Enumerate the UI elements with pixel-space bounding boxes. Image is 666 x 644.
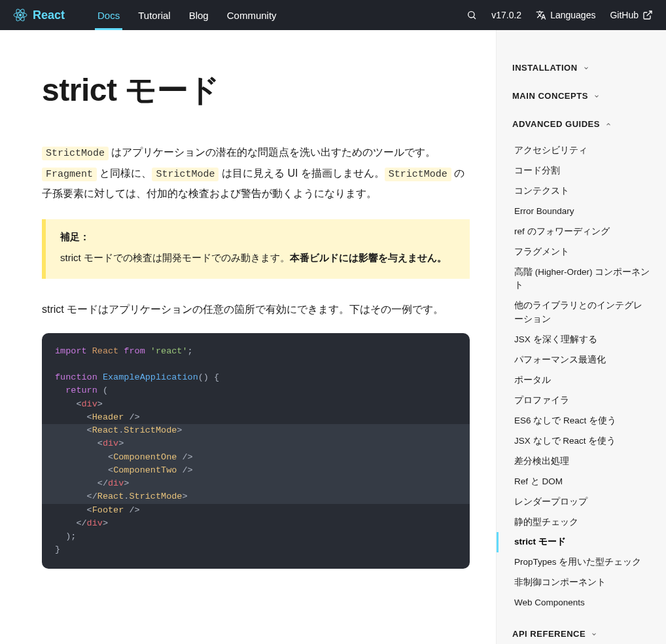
sidebar-item[interactable]: strict モード — [497, 532, 666, 552]
sidebar-item[interactable]: パフォーマンス最適化 — [497, 350, 666, 370]
top-header: React Docs Tutorial Blog Community v17.0… — [0, 0, 666, 30]
sidebar-section-label: MAIN CONCEPTS — [512, 91, 588, 101]
sidebar-item[interactable]: コード分割 — [497, 161, 666, 181]
note-body: strict モードでの検査は開発モードでのみ動きます。本番ビルドには影響を与え… — [60, 249, 455, 267]
note-bold: 本番ビルドには影響を与えません。 — [290, 252, 447, 263]
nav-tutorial[interactable]: Tutorial — [129, 0, 179, 30]
intro-text: と同様に、 — [97, 168, 152, 179]
sidebar-item[interactable]: 差分検出処理 — [497, 452, 666, 472]
code-token: > — [124, 478, 129, 488]
github-link[interactable]: GitHub — [610, 10, 653, 20]
code-token: < — [108, 452, 113, 462]
inline-code: StrictMode — [42, 147, 109, 160]
sidebar-item[interactable]: JSX を深く理解する — [497, 330, 666, 350]
chevron-down-icon — [591, 631, 597, 637]
sidebar-item[interactable]: ポータル — [497, 370, 666, 391]
note-text: strict モードでの検査は開発モードでのみ動きます。 — [60, 252, 290, 263]
code-token: > — [97, 399, 103, 409]
code-token: < — [87, 505, 92, 515]
intro-paragraph: StrictMode はアプリケーションの潜在的な問題点を洗い出すためのツールで… — [42, 143, 470, 204]
code-token: > — [177, 425, 182, 435]
code-token: div — [82, 399, 97, 409]
chevron-up-icon — [605, 121, 612, 128]
languages-link[interactable]: Languages — [536, 10, 595, 20]
svg-point-0 — [19, 14, 22, 16]
version-label[interactable]: v17.0.2 — [491, 10, 521, 20]
sidebar-item[interactable]: フラグメント — [497, 242, 666, 262]
search-button[interactable] — [466, 10, 477, 20]
code-token: StrictMode — [129, 492, 182, 501]
page-layout: strict モード StrictMode はアプリケーションの潜在的な問題点を… — [0, 30, 666, 644]
sidebar-item[interactable]: 非制御コンポーネント — [497, 573, 666, 593]
react-logo-icon — [13, 8, 27, 22]
github-label: GitHub — [610, 10, 639, 20]
code-token: React — [92, 425, 119, 435]
code-token: > — [118, 438, 124, 448]
svg-line-5 — [474, 17, 476, 19]
sidebar-item[interactable]: コンテクスト — [497, 181, 666, 202]
code-token: </ — [97, 478, 108, 488]
chevron-down-icon — [583, 65, 589, 71]
sidebar-item[interactable]: レンダープロップ — [497, 492, 666, 512]
sidebar-item[interactable]: 他のライブラリとのインテグレーション — [497, 296, 666, 330]
inline-code: StrictMode — [152, 168, 219, 181]
code-token: < — [97, 438, 103, 448]
code-token: > — [103, 518, 108, 528]
intro-text: は目に見える UI を描画しません。 — [219, 168, 384, 179]
sidebar-item[interactable]: PropTypes を用いた型チェック — [497, 552, 666, 573]
sidebar-item[interactable]: Error Boundary — [497, 202, 666, 222]
search-icon — [466, 10, 477, 20]
logo[interactable]: React — [13, 8, 65, 22]
header-right: v17.0.2 Languages GitHub — [466, 10, 653, 20]
header-inner: React Docs Tutorial Blog Community v17.0… — [13, 0, 653, 30]
note-title: 補足： — [60, 231, 455, 243]
code-token: ); — [55, 531, 76, 541]
code-token: } — [55, 545, 60, 554]
svg-line-6 — [647, 11, 652, 16]
sidebar-item[interactable]: ref のフォワーディング — [497, 222, 666, 242]
sidebar-item[interactable]: Ref と DOM — [497, 472, 666, 492]
paragraph-2: strict モードはアプリケーションの任意の箇所で有効にできます。下はその一例… — [42, 300, 470, 319]
sidebar-section-label: API REFERENCE — [512, 629, 586, 639]
intro-text: はアプリケーションの潜在的な問題点を洗い出すためのツールです。 — [109, 147, 436, 158]
external-link-icon — [642, 10, 653, 20]
sidebar-section-api-reference[interactable]: API REFERENCE — [497, 620, 666, 644]
nav-docs[interactable]: Docs — [88, 0, 129, 30]
code-token: Footer — [92, 505, 124, 515]
code-token: div — [103, 438, 118, 448]
code-token: React — [92, 346, 119, 356]
code-token: return — [65, 385, 97, 395]
sidebar-item[interactable]: ES6 なしで React を使う — [497, 411, 666, 431]
sidebar-item[interactable]: Web Components — [497, 593, 666, 613]
svg-point-4 — [468, 12, 474, 18]
sidebar-list-advanced: アクセシビリティコード分割コンテクストError Boundaryref のフォ… — [497, 138, 666, 620]
languages-label: Languages — [550, 10, 595, 20]
code-token: ComponentTwo — [113, 465, 177, 475]
sidebar-item[interactable]: 高階 (Higher-Order) コンポーネント — [497, 262, 666, 296]
code-token: /> — [124, 412, 139, 422]
code-token: ; — [188, 346, 193, 356]
page-title: strict モード — [42, 69, 470, 111]
sidebar-section-advanced-guides[interactable]: ADVANCED GUIDES — [497, 110, 666, 138]
code-token: < — [108, 465, 113, 475]
nav-community[interactable]: Community — [218, 0, 286, 30]
code-token: import — [55, 346, 87, 356]
code-token: React — [97, 492, 124, 501]
code-block: import React from 'react'; function Exam… — [42, 333, 470, 569]
sidebar-section-main-concepts[interactable]: MAIN CONCEPTS — [497, 82, 666, 110]
code-token: < — [87, 412, 92, 422]
sidebar-item[interactable]: JSX なしで React を使う — [497, 431, 666, 452]
inline-code: Fragment — [42, 168, 97, 181]
code-token: StrictMode — [124, 425, 177, 435]
sidebar-item[interactable]: プロファイラ — [497, 391, 666, 411]
sidebar-section-label: INSTALLATION — [512, 63, 578, 73]
code-token: div — [108, 478, 124, 488]
code-token: div — [87, 518, 103, 528]
code-token: /> — [124, 505, 139, 515]
sidebar-section-label: ADVANCED GUIDES — [512, 119, 600, 129]
sidebar-item[interactable]: 静的型チェック — [497, 512, 666, 533]
sidebar-item[interactable]: アクセシビリティ — [497, 141, 666, 161]
brand-text: React — [33, 9, 65, 22]
sidebar-section-installation[interactable]: INSTALLATION — [497, 54, 666, 82]
nav-blog[interactable]: Blog — [180, 0, 218, 30]
